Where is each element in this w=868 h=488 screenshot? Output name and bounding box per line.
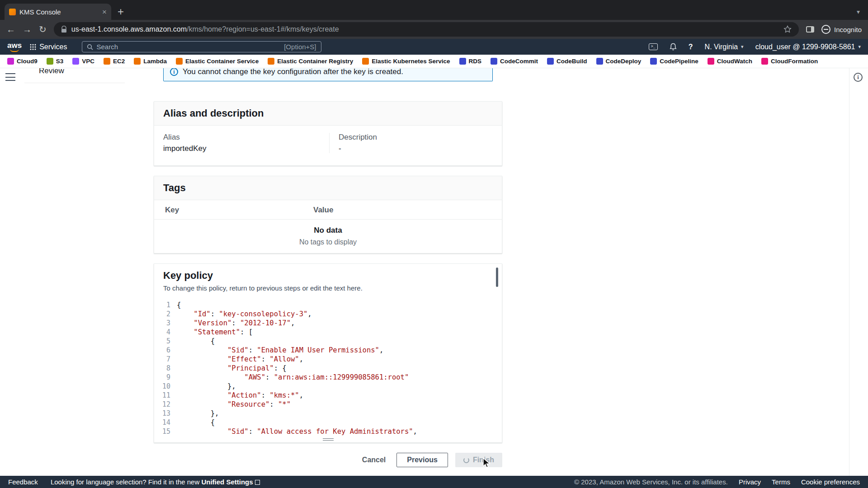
service-icon (708, 58, 714, 65)
region-selector[interactable]: N. Virginia▾ (705, 43, 744, 51)
console-search-input[interactable]: Search [Option+S] (82, 41, 321, 52)
divider (849, 68, 849, 476)
favorite-label: RDS (469, 58, 482, 65)
previous-button[interactable]: Previous (396, 453, 448, 467)
policy-line: }, (177, 382, 417, 391)
unified-settings-link[interactable]: Unified Settings (201, 478, 253, 486)
policy-line: { (177, 337, 417, 346)
cancel-button[interactable]: Cancel (359, 453, 389, 467)
aws-logo[interactable]: aws (7, 42, 22, 52)
url-bar[interactable]: us-east-1.console.aws.amazon.com/kms/hom… (54, 22, 799, 37)
favorite-label: CodeDeploy (606, 58, 642, 65)
service-icon (47, 58, 53, 65)
policy-line: "Effect": "Allow", (177, 355, 417, 364)
favorite-codedeploy[interactable]: CodeDeploy (596, 58, 642, 65)
card-header: Tags (154, 176, 502, 200)
service-icon (268, 58, 274, 65)
feedback-link[interactable]: Feedback (8, 478, 38, 486)
forward-icon[interactable]: → (23, 25, 32, 34)
favorite-label: S3 (56, 58, 64, 65)
divider (24, 83, 125, 83)
line-number: 13 (154, 409, 174, 418)
description-value: - (339, 144, 493, 153)
favorite-label: CloudFormation (771, 58, 818, 65)
editor-code: { "Id": "key-consolepolicy-3", "Version"… (177, 300, 417, 440)
card-title: Tags (163, 182, 186, 193)
favorite-label: VPC (82, 58, 94, 65)
policy-line: "Resource": "*" (177, 400, 417, 409)
service-icon (650, 58, 657, 65)
service-icon (176, 58, 183, 65)
service-icon (547, 58, 554, 65)
browser-tab-strip: KMS Console × + ▾ (0, 0, 868, 20)
language-notice: Looking for language selection? Find it … (51, 478, 260, 486)
browser-tab[interactable]: KMS Console × (5, 4, 111, 20)
help-panel-toggle-icon[interactable]: i (854, 73, 863, 82)
line-number: 8 (154, 364, 174, 373)
account-menu[interactable]: cloud_user @ 1299-9908-5861▾ (755, 43, 861, 51)
favorite-label: Elastic Container Service (185, 58, 259, 65)
favorite-elastic-container-service[interactable]: Elastic Container Service (176, 58, 259, 65)
back-icon[interactable]: ← (6, 25, 15, 34)
favorite-elastic-container-registry[interactable]: Elastic Container Registry (268, 58, 353, 65)
editor-scrollbar-thumb[interactable] (496, 267, 498, 287)
favorite-codebuild[interactable]: CodeBuild (547, 58, 587, 65)
wizard-step-review[interactable]: Review (39, 68, 64, 75)
favorite-vpc[interactable]: VPC (72, 58, 94, 65)
favorite-cloudwatch[interactable]: CloudWatch (708, 58, 752, 65)
chevron-down-icon[interactable]: ▾ (857, 8, 860, 15)
finish-button[interactable]: Finish (455, 453, 502, 467)
favorite-codecommit[interactable]: CodeCommit (491, 58, 538, 65)
column-header-key: Key (154, 206, 313, 215)
favorite-elastic-kubernetes-service[interactable]: Elastic Kubernetes Service (362, 58, 450, 65)
tags-table-header: Key Value (154, 200, 502, 220)
incognito-label: Incognito (834, 26, 862, 33)
favorite-label: Elastic Container Registry (277, 58, 353, 65)
line-number: 11 (154, 391, 174, 400)
service-icon (7, 58, 14, 65)
favorite-rds[interactable]: RDS (459, 58, 482, 65)
favorite-label: Cloud9 (17, 58, 38, 65)
privacy-link[interactable]: Privacy (739, 478, 761, 486)
help-icon[interactable]: ? (689, 43, 693, 51)
search-icon (87, 44, 93, 50)
services-menu[interactable]: Services (30, 43, 67, 51)
favorite-lambda[interactable]: Lambda (134, 58, 167, 65)
new-tab-button[interactable]: + (118, 6, 124, 17)
alert-text: You cannot change the key configuration … (183, 68, 403, 76)
bookmark-star-icon[interactable] (783, 25, 792, 33)
side-panel-icon[interactable] (806, 26, 814, 33)
favorite-cloud9[interactable]: Cloud9 (7, 58, 38, 65)
incognito-icon (821, 25, 830, 34)
copyright-text: © 2023, Amazon Web Services, Inc. or its… (574, 478, 728, 486)
cookie-preferences-link[interactable]: Cookie preferences (801, 478, 860, 486)
favorite-ec2[interactable]: EC2 (104, 58, 125, 65)
editor-resize-handle[interactable] (323, 438, 334, 441)
card-header: Key policy To change this policy, return… (154, 264, 502, 298)
tab-close-icon[interactable]: × (102, 8, 107, 16)
notifications-bell-icon[interactable] (670, 43, 677, 51)
favorite-cloudformation[interactable]: CloudFormation (761, 58, 818, 65)
column-header-value: Value (313, 206, 333, 215)
policy-editor[interactable]: 123456789101112131415 { "Id": "key-conso… (154, 298, 502, 440)
cloudshell-icon[interactable]: >_ (649, 43, 658, 50)
favorite-label: Elastic Kubernetes Service (372, 58, 450, 65)
favorite-label: CloudWatch (717, 58, 752, 65)
line-number: 1 (154, 300, 174, 310)
alias-label: Alias (163, 133, 320, 142)
side-nav-toggle-icon[interactable] (5, 73, 15, 81)
terms-link[interactable]: Terms (772, 478, 790, 486)
search-placeholder: Search (97, 43, 118, 51)
reload-icon[interactable]: ↻ (39, 25, 47, 34)
favorite-s3[interactable]: S3 (47, 58, 64, 65)
browser-toolbar: ← → ↻ us-east-1.console.aws.amazon.com/k… (0, 20, 868, 39)
loading-spinner-icon (463, 457, 469, 463)
favorite-codepipeline[interactable]: CodePipeline (650, 58, 698, 65)
service-icon (134, 58, 141, 65)
info-alert: i You cannot change the key configuratio… (163, 68, 493, 81)
line-number: 6 (154, 346, 174, 355)
policy-line: "Sid": "Enable IAM User Permissions", (177, 346, 417, 355)
policy-line: "Action": "kms:*", (177, 391, 417, 400)
key-policy-card: Key policy To change this policy, return… (154, 263, 502, 443)
line-number: 2 (154, 310, 174, 319)
